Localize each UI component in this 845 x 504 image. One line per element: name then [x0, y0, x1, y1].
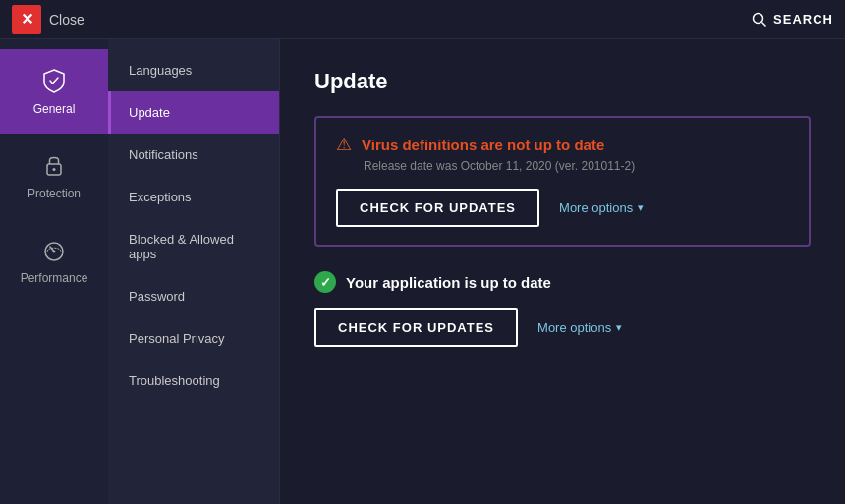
search-button[interactable]: SEARCH [752, 12, 833, 28]
menu-item-exceptions[interactable]: Exceptions [108, 176, 279, 218]
menu-item-languages[interactable]: Languages [108, 49, 279, 91]
virus-check-updates-button[interactable]: CHECK FOR UPDATES [336, 189, 539, 227]
menu-item-troubleshooting[interactable]: Troubleshooting [108, 360, 279, 402]
virus-update-card: ⚠ Virus definitions are not up to date R… [314, 116, 811, 247]
menu-item-personal-privacy[interactable]: Personal Privacy [108, 317, 279, 360]
lock-icon [40, 151, 68, 179]
app-success-text: Your application is up to date [346, 274, 551, 291]
app-update-card: ✓ Your application is up to date CHECK F… [314, 271, 811, 347]
sidebar-label-protection: Protection [28, 187, 81, 200]
icon-sidebar: General Protection Performance [0, 39, 108, 504]
app-action-row: CHECK FOR UPDATES More options ▾ [314, 308, 811, 347]
svg-point-3 [53, 168, 56, 171]
search-label: SEARCH [773, 12, 833, 27]
virus-warning-text: Virus definitions are not up to date [362, 137, 604, 153]
content-area: Update ⚠ Virus definitions are not up to… [280, 39, 845, 504]
virus-action-row: CHECK FOR UPDATES More options ▾ [336, 189, 789, 227]
svg-point-0 [754, 13, 763, 23]
warning-icon: ⚠ [336, 136, 352, 153]
page-title: Update [314, 69, 811, 94]
virus-chevron-icon: ▾ [638, 201, 644, 214]
app-more-options-label: More options [537, 320, 611, 335]
top-bar: ✕ Close SEARCH [0, 0, 845, 39]
app-more-options-button[interactable]: More options ▾ [537, 320, 622, 335]
menu-sidebar: Languages Update Notifications Exception… [108, 39, 280, 504]
svg-line-1 [762, 22, 766, 26]
close-x-icon: ✕ [12, 5, 41, 34]
success-icon: ✓ [314, 271, 336, 293]
close-button[interactable]: ✕ Close [12, 5, 84, 34]
menu-item-notifications[interactable]: Notifications [108, 134, 279, 176]
app-check-updates-button[interactable]: CHECK FOR UPDATES [314, 308, 518, 347]
sidebar-label-performance: Performance [21, 271, 88, 285]
warning-header: ⚠ Virus definitions are not up to date [336, 136, 789, 153]
sidebar-item-protection[interactable]: Protection [0, 134, 108, 218]
menu-item-blocked-allowed[interactable]: Blocked & Allowed apps [108, 218, 279, 275]
shield-icon [40, 67, 68, 94]
virus-more-options-button[interactable]: More options ▾ [559, 200, 644, 215]
gauge-icon [40, 236, 68, 263]
sidebar-label-general: General [33, 102, 76, 116]
success-header: ✓ Your application is up to date [314, 271, 811, 293]
menu-item-update[interactable]: Update [108, 91, 279, 134]
virus-more-options-label: More options [559, 200, 633, 215]
close-label: Close [49, 12, 84, 28]
search-icon [752, 12, 767, 28]
sidebar-item-performance[interactable]: Performance [0, 218, 108, 303]
main-layout: General Protection Performance Languages… [0, 39, 845, 504]
virus-sub-text: Release date was October 11, 2020 (ver. … [364, 159, 789, 173]
svg-point-6 [53, 251, 56, 253]
app-chevron-icon: ▾ [616, 321, 622, 334]
sidebar-item-general[interactable]: General [0, 49, 108, 134]
menu-item-password[interactable]: Password [108, 275, 279, 317]
